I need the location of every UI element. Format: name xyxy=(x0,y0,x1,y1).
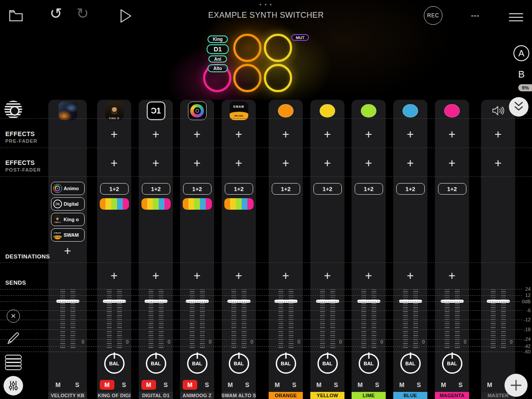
collapse-mixer-button[interactable] xyxy=(509,97,528,117)
balance-knob[interactable]: BAL xyxy=(442,353,462,374)
pad-circle[interactable] xyxy=(233,34,262,62)
add-destination-button[interactable]: + xyxy=(48,245,87,257)
pad-circle[interactable] xyxy=(264,34,292,62)
output-bus-button[interactable]: 1+2 xyxy=(438,183,466,195)
solo-button[interactable]: S xyxy=(200,380,215,390)
channel-name[interactable]: DIGITAL D1 xyxy=(139,392,173,399)
solo-button[interactable]: S xyxy=(68,380,87,390)
menu-button[interactable] xyxy=(509,11,523,24)
output-bus-button[interactable]: 1+2 xyxy=(355,183,383,195)
color-dot-icon[interactable] xyxy=(361,104,376,117)
add-send-button[interactable]: + xyxy=(435,270,469,282)
destination-digital[interactable]: Ɔ1Digital xyxy=(51,197,85,211)
add-send-button[interactable]: + xyxy=(352,270,386,282)
king-of-digital-app-icon[interactable]: KING D xyxy=(105,102,124,120)
pad-label-mut[interactable]: MUT xyxy=(291,34,309,41)
digital-d1-app-icon[interactable]: Ɔ1 xyxy=(147,102,165,120)
destination-king-o[interactable]: KING DKing o xyxy=(51,213,85,226)
file-browser-button[interactable] xyxy=(9,9,23,24)
channel-name[interactable]: KING OF DIGI xyxy=(97,392,131,399)
mute-button[interactable]: M xyxy=(48,380,68,390)
add-prefader-effect-button[interactable]: + xyxy=(139,128,173,141)
destination-animo[interactable]: Animo xyxy=(51,182,85,195)
mute-button[interactable]: M xyxy=(100,380,114,390)
mute-button[interactable]: M xyxy=(269,380,286,390)
output-bus-button[interactable]: 1+2 xyxy=(183,183,211,195)
solo-button[interactable]: S xyxy=(159,380,173,390)
tempo-display[interactable]: --- xyxy=(461,12,489,20)
add-send-button[interactable]: + xyxy=(139,270,173,282)
output-bus-button[interactable]: 1+2 xyxy=(396,183,425,195)
channel-name[interactable]: LIME xyxy=(352,392,386,399)
keyboard-rows-button[interactable] xyxy=(4,354,23,373)
king-of-digital-app-icon[interactable]: KING D xyxy=(53,215,62,224)
mute-button[interactable]: M xyxy=(222,380,239,390)
add-prefader-effect-button[interactable]: + xyxy=(180,128,214,141)
solo-button[interactable]: S xyxy=(286,380,303,390)
mute-button[interactable]: M xyxy=(352,380,369,390)
balance-knob[interactable]: BAL xyxy=(317,353,338,374)
balance-knob[interactable]: BAL xyxy=(276,353,296,374)
mute-button[interactable]: M xyxy=(141,380,156,390)
add-prefader-effect-button[interactable]: + xyxy=(222,128,256,141)
mute-button[interactable]: M xyxy=(310,380,328,390)
color-dot-icon[interactable] xyxy=(278,104,293,117)
undo-button[interactable]: ↺ xyxy=(50,6,63,21)
pad-label-king[interactable]: King xyxy=(207,35,228,43)
pad-label-alto[interactable]: Alto xyxy=(207,64,228,72)
destination-color-bar[interactable] xyxy=(141,198,171,210)
pad-label-ani[interactable]: Ani xyxy=(208,55,227,63)
add-postfader-effect-button[interactable]: + xyxy=(435,157,469,169)
add-postfader-effect-button[interactable]: + xyxy=(393,157,427,169)
destination-color-bar[interactable] xyxy=(224,198,254,210)
channel-name[interactable]: MAGENTA xyxy=(435,392,469,399)
color-dot-icon[interactable] xyxy=(444,104,459,117)
redo-button[interactable]: ↻ xyxy=(76,6,89,21)
interface-icon[interactable] xyxy=(4,101,22,118)
add-postfader-effect-button[interactable]: + xyxy=(139,157,173,169)
destination-color-bar[interactable] xyxy=(183,198,212,210)
add-prefader-effect-button[interactable]: + xyxy=(97,128,131,141)
balance-knob[interactable]: BAL xyxy=(400,353,421,374)
balance-knob[interactable]: BAL xyxy=(146,353,166,374)
add-send-button[interactable]: + xyxy=(393,270,427,282)
destination-swam[interactable]: SWAMAlto SaxSWAM xyxy=(51,228,85,242)
swam-app-icon[interactable]: SWAMAlto Sax xyxy=(230,102,248,120)
balance-knob[interactable]: BAL xyxy=(104,353,125,374)
color-dot-icon[interactable] xyxy=(320,104,335,117)
add-channel-button[interactable] xyxy=(505,374,528,397)
add-postfader-effect-button[interactable]: + xyxy=(97,157,131,169)
edit-tool-button[interactable] xyxy=(6,331,20,347)
close-tool-button[interactable]: ✕ xyxy=(7,309,20,323)
pad-circle[interactable] xyxy=(233,64,262,92)
add-postfader-effect-button[interactable]: + xyxy=(269,157,303,169)
output-bus-button[interactable]: 1+2 xyxy=(100,183,129,195)
animoog-app-icon[interactable] xyxy=(188,102,207,120)
add-prefader-effect-button[interactable]: + xyxy=(310,128,344,141)
add-postfader-effect-button[interactable]: + xyxy=(180,157,214,169)
add-postfader-effect-button[interactable]: + xyxy=(222,157,256,169)
play-button[interactable] xyxy=(120,8,132,25)
solo-button[interactable]: S xyxy=(239,380,256,390)
channel-name[interactable]: SWAM ALTO S xyxy=(222,392,256,399)
output-bus-button[interactable]: 1+2 xyxy=(313,183,342,195)
mute-button[interactable]: M xyxy=(393,380,411,390)
digital-d1-app-icon[interactable]: Ɔ1 xyxy=(53,200,62,208)
balance-knob[interactable]: BAL xyxy=(187,353,207,374)
pad-label-d1[interactable]: D1 xyxy=(207,44,229,54)
channel-name[interactable]: VELOCITY KB xyxy=(48,392,87,399)
add-send-button[interactable]: + xyxy=(180,270,214,282)
output-bus-button[interactable]: 1+2 xyxy=(272,183,300,195)
add-prefader-effect-button[interactable]: + xyxy=(481,128,515,141)
add-prefader-effect-button[interactable]: + xyxy=(393,128,427,141)
animoog-app-icon[interactable] xyxy=(53,184,62,193)
mute-button[interactable]: M xyxy=(435,380,452,390)
snapshot-b-button[interactable]: B xyxy=(515,69,528,80)
add-send-button[interactable]: + xyxy=(97,270,131,282)
solo-button[interactable]: S xyxy=(328,380,345,390)
solo-button[interactable]: S xyxy=(452,380,469,390)
mute-button[interactable]: M xyxy=(183,380,197,390)
channel-name[interactable]: ANIMOOG Z xyxy=(180,392,214,399)
add-prefader-effect-button[interactable]: + xyxy=(435,128,469,141)
add-send-button[interactable]: + xyxy=(222,270,256,282)
